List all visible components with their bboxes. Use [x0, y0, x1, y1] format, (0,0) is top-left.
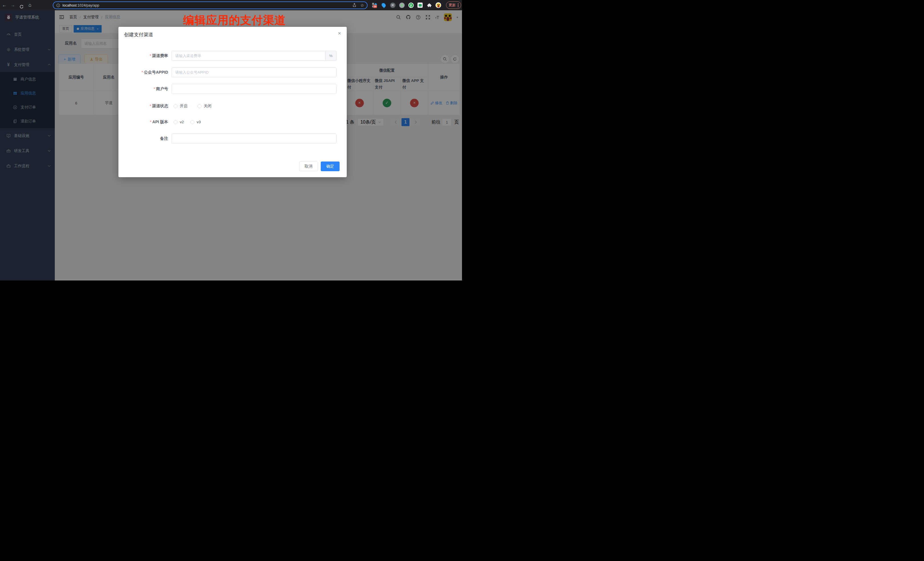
viewport: ← → ⌂ localhost:1024/pay/app ☆ 10: [0, 0, 462, 280]
radio-circle-icon: [198, 104, 201, 108]
field-channel-rate: *渠道费率 %: [118, 51, 347, 61]
annotation-text: 编辑应用的支付渠道: [183, 12, 286, 28]
radio-api-v3[interactable]: v3: [188, 120, 201, 124]
app-root: 芋道管理系统 首页 系统管理 ¥ 支付管理: [0, 10, 462, 280]
browser-menu-icon[interactable]: [458, 3, 459, 7]
extension-tabs-icon[interactable]: 10: [372, 2, 377, 8]
radio-circle-icon: [174, 120, 177, 124]
channel-rate-input[interactable]: [171, 51, 326, 61]
extension-balloon-icon[interactable]: [381, 2, 386, 8]
browser-toolbar: ← → ⌂ localhost:1024/pay/app ☆ 10: [0, 0, 462, 10]
address-bar[interactable]: localhost:1024/pay/app ☆: [53, 2, 368, 9]
browser-back-icon[interactable]: ←: [0, 0, 9, 10]
field-api-version: *API 版本 v2 v3: [118, 117, 347, 127]
site-info-icon[interactable]: [56, 3, 60, 8]
browser-update-button[interactable]: 更新: [446, 2, 461, 9]
url-path: :1024/pay/app: [76, 3, 99, 8]
dialog-title: 创建支付渠道: [124, 32, 153, 38]
dialog-close-icon[interactable]: ×: [338, 30, 341, 36]
extension-record-icon[interactable]: [399, 2, 405, 8]
radio-circle-icon: [190, 120, 194, 124]
browser-home-icon[interactable]: ⌂: [26, 0, 34, 10]
remark-input[interactable]: [171, 134, 336, 144]
radio-status-open[interactable]: 开启: [171, 104, 188, 109]
url-host: localhost: [63, 3, 76, 8]
confirm-button[interactable]: 确定: [321, 162, 340, 171]
radio-circle-icon: [174, 104, 177, 108]
bookmark-star-icon[interactable]: ☆: [360, 3, 364, 8]
browser-forward-icon[interactable]: →: [9, 0, 17, 10]
extension-y-icon[interactable]: y: [408, 2, 414, 8]
profile-emoji-icon[interactable]: [435, 2, 441, 8]
extension-chat-icon[interactable]: [417, 2, 423, 8]
extension-badge: 10: [373, 5, 377, 8]
percent-addon: %: [326, 51, 336, 61]
share-icon[interactable]: [352, 3, 356, 8]
browser-reload-icon[interactable]: [17, 2, 26, 9]
field-merchant-id: *商户号: [118, 84, 347, 94]
extensions-puzzle-icon[interactable]: [426, 2, 432, 8]
field-channel-status: *渠道状态 开启 关闭: [118, 101, 347, 111]
appid-input[interactable]: [171, 68, 336, 77]
radio-api-v2[interactable]: v2: [171, 120, 184, 124]
field-remark: 备注: [118, 134, 347, 144]
extensions-strip: 10 ⌘ y: [372, 0, 441, 10]
cancel-button[interactable]: 取消: [299, 162, 318, 171]
create-channel-dialog: 创建支付渠道 × *渠道费率 % *公众号APPID *商户号 *渠道状态: [118, 27, 347, 177]
merchant-id-input[interactable]: [171, 84, 336, 94]
field-appid: *公众号APPID: [118, 68, 347, 77]
radio-status-closed[interactable]: 关闭: [195, 104, 212, 109]
extension-command-icon[interactable]: ⌘: [390, 2, 396, 8]
